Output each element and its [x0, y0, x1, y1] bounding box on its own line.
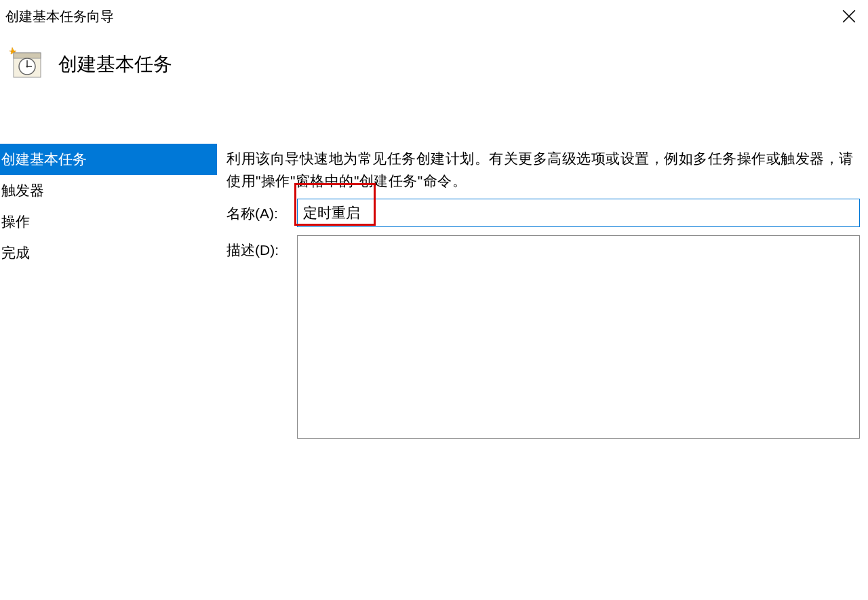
wizard-header: 创建基本任务 — [0, 33, 868, 141]
sidebar-item-trigger[interactable]: 触发器 — [0, 175, 217, 206]
description-label: 描述(D): — [226, 235, 297, 260]
content-area: 创建基本任务 触发器 操作 完成 利用该向导快速地为常见任务创建计划。有关更多高… — [0, 141, 868, 600]
task-scheduler-icon — [8, 46, 42, 80]
wizard-description: 利用该向导快速地为常见任务创建计划。有关更多高级选项或设置，例如多任务操作或触发… — [226, 148, 860, 192]
main-panel: 利用该向导快速地为常见任务创建计划。有关更多高级选项或设置，例如多任务操作或触发… — [217, 141, 868, 600]
name-input-wrapper — [297, 199, 860, 227]
close-icon[interactable] — [838, 5, 860, 27]
sidebar-item-finish[interactable]: 完成 — [0, 237, 217, 268]
svg-point-8 — [26, 66, 28, 68]
name-input[interactable] — [297, 199, 860, 227]
sidebar-item-create-basic-task[interactable]: 创建基本任务 — [0, 144, 217, 175]
name-field-row: 名称(A): — [226, 199, 860, 227]
description-field-row: 描述(D): — [226, 235, 860, 439]
wizard-heading: 创建基本任务 — [58, 52, 172, 77]
window-title: 创建基本任务向导 — [5, 7, 114, 26]
sidebar-item-action[interactable]: 操作 — [0, 206, 217, 237]
svg-rect-4 — [14, 53, 41, 58]
description-textarea[interactable] — [297, 235, 860, 439]
name-label: 名称(A): — [226, 199, 297, 223]
wizard-steps-sidebar: 创建基本任务 触发器 操作 完成 — [0, 141, 217, 600]
titlebar: 创建基本任务向导 — [0, 0, 868, 33]
